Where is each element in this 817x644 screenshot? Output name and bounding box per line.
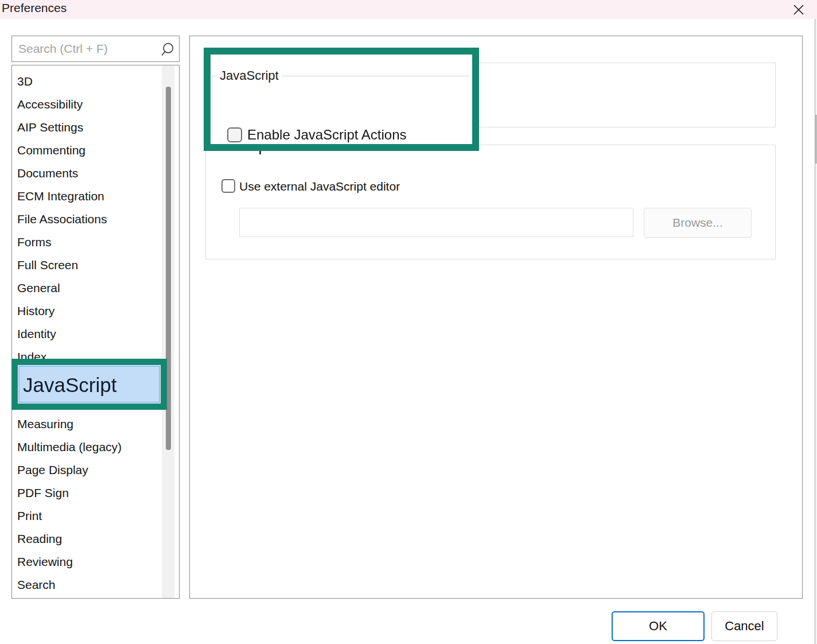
clipped-legend-fragment bbox=[259, 151, 261, 154]
cancel-button-label: Cancel bbox=[725, 619, 764, 634]
javascript-group-legend: JavaScript bbox=[217, 68, 282, 83]
sidebar-item-print[interactable]: Print bbox=[12, 505, 179, 527]
search-box bbox=[11, 36, 180, 62]
search-icon bbox=[159, 41, 175, 57]
dialog-titlebar: Preferences bbox=[0, 0, 817, 19]
dialog-title: Preferences bbox=[2, 1, 67, 15]
sidebar-item-ecm-integration[interactable]: ECM Integration bbox=[12, 185, 179, 208]
sidebar-item-commenting[interactable]: Commenting bbox=[12, 139, 179, 162]
sidebar-item-3d[interactable]: 3D bbox=[12, 70, 179, 93]
sidebar-item-multimedia-legacy[interactable]: Multimedia (legacy) bbox=[12, 436, 179, 459]
annotation-box-sidebar-javascript: JavaScript bbox=[11, 359, 167, 410]
cancel-button[interactable]: Cancel bbox=[711, 611, 777, 641]
ok-button-label: OK bbox=[649, 619, 667, 634]
sidebar-item-reviewing[interactable]: Reviewing bbox=[12, 550, 179, 573]
category-list-items: 3D Accessibility AIP Settings Commenting… bbox=[12, 70, 179, 596]
close-button[interactable] bbox=[788, 0, 809, 19]
close-icon bbox=[792, 3, 806, 17]
sidebar-item-search[interactable]: Search bbox=[12, 573, 179, 596]
javascript-editor-groupbox bbox=[205, 145, 776, 259]
sidebar-item-forms[interactable]: Forms bbox=[12, 231, 179, 254]
search-input[interactable] bbox=[12, 36, 179, 61]
sidebar-item-file-associations[interactable]: File Associations bbox=[12, 208, 179, 231]
browse-button-label: Browse... bbox=[672, 216, 723, 230]
use-external-editor-checkbox[interactable] bbox=[221, 179, 235, 193]
enable-javascript-actions-label: Enable JavaScript Actions bbox=[247, 127, 407, 143]
sidebar-item-identity[interactable]: Identity bbox=[12, 323, 179, 346]
sidebar-item-accessibility[interactable]: Accessibility bbox=[12, 93, 179, 116]
sidebar-item-measuring[interactable]: Measuring bbox=[12, 413, 179, 436]
sidebar-item-history[interactable]: History bbox=[12, 300, 179, 323]
magnified-javascript-group: JavaScript Enable JavaScript Actions bbox=[211, 55, 472, 144]
javascript-groupbox-border: JavaScript Enable JavaScript Actions bbox=[212, 76, 470, 144]
sidebar-item-pdf-sign[interactable]: PDF Sign bbox=[12, 482, 179, 505]
use-external-editor-label: Use external JavaScript editor bbox=[239, 180, 400, 193]
editor-path-input[interactable] bbox=[239, 208, 633, 237]
sidebar-item-javascript-label: JavaScript bbox=[23, 374, 116, 397]
sidebar-item-full-screen[interactable]: Full Screen bbox=[12, 254, 179, 277]
window-edge-scrollbar[interactable] bbox=[815, 19, 817, 644]
ok-button[interactable]: OK bbox=[612, 611, 705, 641]
annotation-box-javascript-group: JavaScript Enable JavaScript Actions bbox=[204, 48, 479, 151]
sidebar-item-page-display[interactable]: Page Display bbox=[12, 459, 179, 482]
sidebar-item-documents[interactable]: Documents bbox=[12, 162, 179, 185]
sidebar-item-javascript-selected[interactable]: JavaScript bbox=[18, 366, 160, 403]
preferences-category-list: 3D Accessibility AIP Settings Commenting… bbox=[11, 65, 180, 599]
enable-javascript-actions-checkbox[interactable] bbox=[227, 127, 242, 142]
browse-button[interactable]: Browse... bbox=[644, 208, 752, 238]
sidebar-item-reading[interactable]: Reading bbox=[12, 527, 179, 550]
sidebar-item-aip-settings[interactable]: AIP Settings bbox=[12, 116, 179, 139]
sidebar-item-general[interactable]: General bbox=[12, 277, 179, 300]
